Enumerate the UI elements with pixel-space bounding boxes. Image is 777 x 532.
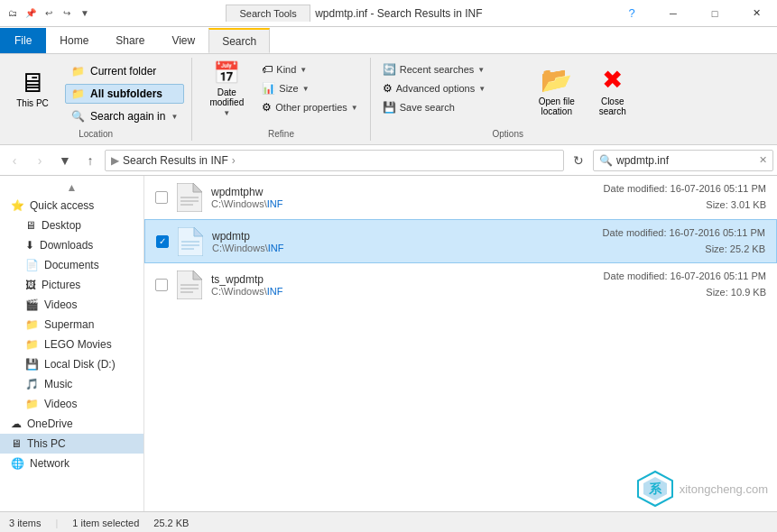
- path-chevron-icon: ›: [232, 154, 236, 167]
- file-path-ts-wpdmtp: C:\Windows\INF: [211, 286, 604, 297]
- file-icon-wpdmtphw: [175, 183, 204, 212]
- file-meta-ts-wpdmtp: Date modified: 16-07-2016 05:11 PM Size:…: [604, 269, 766, 300]
- advanced-options-icon: ⚙: [383, 82, 393, 95]
- network-label: Network: [30, 457, 69, 470]
- ribbon: File Home Share View Search 🖥 This PC: [0, 27, 777, 145]
- tab-share[interactable]: Share: [102, 28, 158, 53]
- search-box[interactable]: 🔍 wpdmtp.inf ✕: [593, 150, 773, 171]
- sidebar-item-onedrive[interactable]: ☁ OneDrive: [0, 414, 143, 434]
- lego-movies-icon: 📁: [25, 338, 39, 351]
- downloads-icon: ⬇: [25, 239, 34, 252]
- search-again-label: Search again in: [90, 110, 165, 123]
- all-subfolders-btn[interactable]: 📁 All subfolders: [65, 84, 184, 104]
- sidebar-item-pictures[interactable]: 🖼 Pictures 📌: [0, 275, 143, 295]
- refresh-button[interactable]: ↻: [568, 150, 589, 171]
- close-search-btn[interactable]: ✖ Closesearch: [587, 60, 638, 121]
- path-separator-icon: ▶: [111, 154, 119, 167]
- sidebar-item-local-disk[interactable]: 💾 Local Disk (D:): [0, 354, 143, 374]
- kind-label: Kind: [276, 64, 296, 75]
- search-tools-title-tab[interactable]: Search Tools: [226, 5, 310, 22]
- close-button[interactable]: ✕: [735, 0, 777, 27]
- sidebar-collapse-btn[interactable]: ▲: [0, 179, 143, 196]
- videos2-label: Videos: [44, 398, 77, 410]
- status-bar: 3 items | 1 item selected 25.2 KB 系 xito…: [0, 511, 777, 532]
- dropdown-icon[interactable]: ▼: [78, 6, 92, 21]
- videos-label: Videos: [44, 298, 77, 311]
- file-checkbox-wpdmtp[interactable]: ✓: [156, 235, 169, 248]
- svg-marker-1: [193, 183, 202, 192]
- sidebar-item-superman[interactable]: 📁 Superman: [0, 315, 143, 335]
- date-modified-large-btn[interactable]: 📅 Datemodified ▼: [199, 58, 254, 119]
- minimize-button[interactable]: ─: [652, 0, 694, 27]
- file-checkbox-wpdmtphw[interactable]: [155, 191, 168, 204]
- undo-icon[interactable]: ↩: [42, 6, 56, 21]
- search-box-value: wpdmtp.inf: [616, 154, 669, 167]
- sidebar-item-downloads[interactable]: ⬇ Downloads 📌: [0, 235, 143, 255]
- tab-view[interactable]: View: [158, 28, 208, 53]
- this-pc-large-button[interactable]: 🖥 This PC: [7, 58, 58, 119]
- svg-text:系: 系: [649, 482, 662, 496]
- sidebar-item-videos2[interactable]: 📁 Videos: [0, 394, 143, 414]
- sidebar-item-music[interactable]: 🎵 Music: [0, 374, 143, 394]
- file-name-wpdmtp: wpdmtp: [212, 230, 603, 243]
- open-file-location-label: Open filelocation: [539, 96, 575, 116]
- other-properties-btn[interactable]: ⚙ Other properties ▼: [257, 99, 362, 115]
- main-content: ▲ ⭐ Quick access 🖥 Desktop 📌 ⬇ Downloads…: [0, 176, 777, 511]
- music-icon: 🎵: [25, 378, 39, 390]
- search-again-btn[interactable]: 🔍 Search again in ▼: [65, 106, 184, 126]
- quick-access-label: Quick access: [30, 199, 94, 212]
- save-search-btn[interactable]: 💾 Save search: [378, 99, 523, 115]
- forward-button[interactable]: ›: [29, 150, 51, 171]
- sidebar-item-lego-movies[interactable]: 📁 LEGO Movies: [0, 335, 143, 354]
- ribbon-group-refine: 📅 Datemodified ▼ 🏷 Kind ▼ 📊 Size: [192, 58, 370, 141]
- file-info-wpdmtp: wpdmtp C:\Windows\INF: [212, 230, 603, 253]
- path-highlight-ts-wpdmtp: INF: [267, 286, 283, 297]
- current-folder-btn[interactable]: 📁 Current folder: [65, 61, 184, 81]
- tab-search[interactable]: Search: [208, 28, 270, 53]
- all-subfolders-icon: 📁: [71, 87, 85, 100]
- help-button[interactable]: ?: [611, 0, 652, 27]
- sidebar-item-network[interactable]: 🌐 Network: [0, 454, 143, 473]
- sidebar-item-documents[interactable]: 📄 Documents 📌: [0, 255, 143, 275]
- superman-icon: 📁: [25, 318, 39, 331]
- file-meta-wpdmtphw: Date modified: 16-07-2016 05:11 PM Size:…: [604, 181, 766, 213]
- file-checkbox-ts-wpdmtp[interactable]: [155, 279, 168, 291]
- file-item-wpdmtphw[interactable]: wpdmtphw C:\Windows\INF Date modified: 1…: [144, 176, 777, 219]
- open-file-location-icon: 📂: [541, 65, 572, 95]
- address-bar: ‹ › ▼ ↑ ▶ Search Results in INF › ↻ 🔍 wp…: [0, 145, 777, 176]
- options-group-label: Options: [492, 129, 523, 139]
- sidebar-item-desktop[interactable]: 🖥 Desktop 📌: [0, 216, 143, 235]
- recent-locations-button[interactable]: ▼: [54, 150, 76, 171]
- tab-file[interactable]: File: [0, 28, 46, 53]
- tab-home[interactable]: Home: [46, 28, 102, 53]
- file-item-ts-wpdmtp[interactable]: ts_wpdmtp C:\Windows\INF Date modified: …: [144, 263, 777, 307]
- music-label: Music: [44, 378, 72, 390]
- kind-dropdown-icon: ▼: [300, 66, 307, 74]
- watermark-logo: 系: [636, 470, 674, 508]
- search-clear-button[interactable]: ✕: [759, 154, 767, 166]
- size-dropdown-icon: ▼: [302, 85, 310, 93]
- address-path[interactable]: ▶ Search Results in INF ›: [105, 150, 564, 171]
- kind-btn[interactable]: 🏷 Kind ▼: [257, 61, 362, 78]
- recent-searches-btn[interactable]: 🔄 Recent searches ▼: [378, 61, 523, 78]
- advanced-options-btn[interactable]: ⚙ Advanced options ▼: [378, 80, 523, 96]
- svg-marker-11: [193, 271, 202, 280]
- file-item-wpdmtp[interactable]: ✓ wpdmtp C:\Windows\INF Date modified: 1…: [144, 219, 777, 263]
- size-btn[interactable]: 📊 Size ▼: [257, 80, 362, 96]
- sidebar-item-this-pc[interactable]: 🖥 This PC: [0, 434, 143, 454]
- maximize-button[interactable]: □: [694, 0, 735, 27]
- file-size-ts-wpdmtp: Size: 10.9 KB: [604, 285, 766, 301]
- sidebar-item-videos[interactable]: 🎬 Videos 📌: [0, 295, 143, 315]
- title-bar-icons: 🗂 📌 ↩ ↪ ▼: [0, 6, 97, 21]
- open-file-location-btn[interactable]: 📂 Open filelocation: [530, 60, 584, 121]
- up-button[interactable]: ↑: [79, 150, 101, 171]
- system-icon: 🗂: [5, 6, 20, 21]
- quick-access-icon[interactable]: 📌: [23, 6, 38, 21]
- sidebar-item-quick-access[interactable]: ⭐ Quick access: [0, 196, 143, 216]
- documents-icon: 📄: [25, 259, 39, 271]
- onedrive-icon: ☁: [11, 417, 22, 430]
- redo-icon[interactable]: ↪: [60, 6, 74, 21]
- search-again-dropdown-icon: ▼: [171, 113, 178, 121]
- back-button[interactable]: ‹: [4, 150, 25, 171]
- sidebar: ▲ ⭐ Quick access 🖥 Desktop 📌 ⬇ Downloads…: [0, 176, 144, 511]
